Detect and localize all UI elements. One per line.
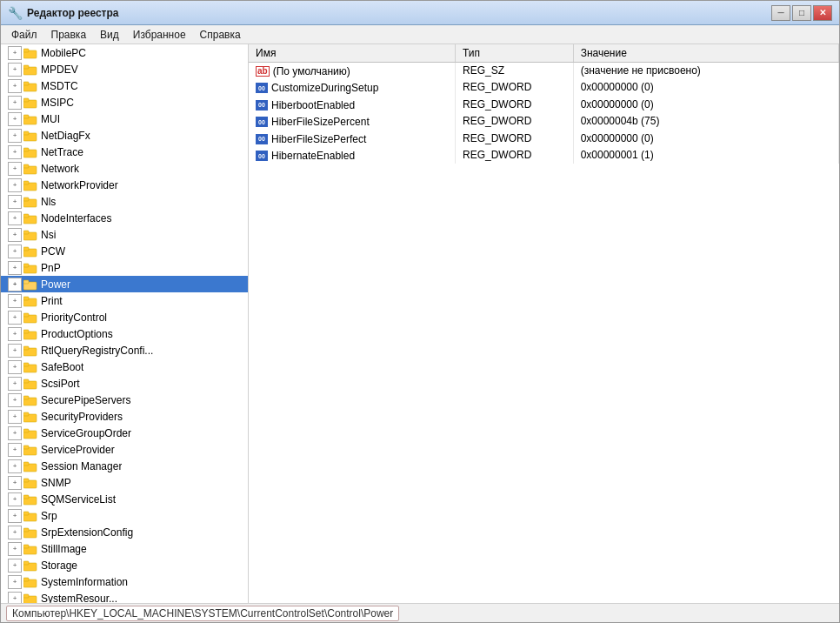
tree-item-label: ProductOptions	[41, 328, 113, 340]
tree-expander-icon: +	[8, 426, 22, 440]
minimize-button[interactable]: ─	[771, 5, 790, 21]
tree-item[interactable]: + Network	[1, 160, 248, 177]
svg-rect-15	[23, 164, 29, 168]
tree-expander-icon: +	[8, 443, 22, 457]
table-row[interactable]: HiberbootEnabledREG_DWORD0x00000000 (0)	[249, 96, 839, 113]
tree-item-label: ScsiPort	[41, 378, 80, 390]
tree-item[interactable]: + SQMServiceList	[1, 491, 248, 507]
tree-item-label: Power	[41, 278, 70, 291]
tree-item-label: SecurityProviders	[41, 411, 123, 423]
col-name: Имя	[249, 44, 455, 63]
tree-item[interactable]: + Srp	[1, 507, 248, 524]
tree-item[interactable]: + SecurePipeServers	[1, 392, 248, 408]
tree-item[interactable]: + SystemResour...	[1, 590, 248, 603]
tree-item[interactable]: + NetworkProvider	[1, 177, 248, 193]
tree-item[interactable]: + ProductOptions	[1, 325, 248, 342]
svg-rect-9	[23, 115, 29, 118]
table-row[interactable]: CustomizeDuringSetupREG_DWORD0x00000000 …	[249, 79, 839, 97]
tree-item[interactable]: + NetDiagFx	[1, 127, 248, 144]
tree-expander-icon: +	[8, 261, 22, 275]
tree-item[interactable]: + MSDTC	[1, 77, 248, 94]
tree-expander-icon: +	[8, 476, 22, 490]
tree-item[interactable]: + SafeBoot	[1, 358, 248, 375]
svg-rect-31	[23, 297, 29, 300]
folder-icon	[23, 229, 37, 241]
folder-icon	[23, 245, 37, 258]
binary-icon	[256, 117, 268, 127]
tree-item[interactable]: + Print	[1, 292, 248, 309]
table-row[interactable]: HiberFileSizePerfectREG_DWORD0x00000000 …	[249, 130, 839, 147]
tree-item[interactable]: + PnP	[1, 259, 248, 276]
tree-item[interactable]: + Session Manager	[1, 458, 248, 474]
menu-help[interactable]: Справка	[193, 27, 248, 43]
menu-favorites[interactable]: Избранное	[126, 27, 193, 43]
tree-item[interactable]: + NodeInterfaces	[1, 210, 248, 226]
folder-icon	[23, 576, 37, 588]
tree-item[interactable]: + PriorityControl	[1, 309, 248, 325]
tree-expander-icon: +	[8, 46, 22, 60]
tree-expander-icon: +	[8, 311, 22, 325]
tree-item[interactable]: + SystemInformation	[1, 573, 248, 590]
folder-icon	[23, 543, 37, 555]
cell-name: HiberbootEnabled	[249, 96, 455, 113]
folder-icon	[23, 493, 37, 506]
tree-item[interactable]: + ServiceGroupOrder	[1, 425, 248, 441]
menu-view[interactable]: Вид	[93, 27, 126, 43]
tree-item[interactable]: + Nls	[1, 193, 248, 210]
tree-expander-icon: +	[8, 575, 22, 589]
folder-icon	[23, 262, 37, 274]
cell-value: 0x00000000 (0)	[573, 79, 838, 97]
menu-file[interactable]: Файл	[4, 27, 44, 43]
tree-expander-icon: +	[8, 559, 22, 573]
tree-item-label: ServiceGroupOrder	[41, 427, 131, 439]
svg-rect-49	[23, 445, 29, 449]
tree-item-label: SecurePipeServers	[41, 394, 130, 406]
table-row[interactable]: HiberFileSizePercentREG_DWORD0x0000004b …	[249, 113, 839, 131]
cell-type: REG_DWORD	[455, 147, 573, 164]
tree-item-label: Nsi	[41, 229, 56, 241]
tree-panel: + MobilePC+ MPDEV+ MSDTC+ MSIPC+ MUI+ Ne…	[1, 44, 249, 603]
tree-item-label: SystemResour...	[41, 593, 117, 604]
folder-icon	[23, 196, 37, 208]
tree-item[interactable]: + NetTrace	[1, 144, 248, 160]
svg-rect-43	[23, 396, 29, 399]
tree-scroll[interactable]: + MobilePC+ MPDEV+ MSDTC+ MSIPC+ MUI+ Ne…	[1, 44, 248, 603]
tree-item[interactable]: + RtlQueryRegistryConfi...	[1, 342, 248, 358]
registry-editor-window: 🔧 Редактор реестра ─ □ ✕ Файл Правка Вид…	[0, 0, 840, 623]
folder-icon	[23, 212, 37, 224]
tree-item[interactable]: + PCW	[1, 243, 248, 259]
tree-expander-icon: +	[8, 492, 22, 506]
tree-item[interactable]: + StillImage	[1, 540, 248, 557]
table-row[interactable]: ab (По умолчанию)REG_SZ(значение не прис…	[249, 63, 839, 79]
binary-icon	[256, 83, 268, 93]
tree-item[interactable]: + Power	[1, 276, 248, 292]
tree-item[interactable]: + SNMP	[1, 474, 248, 491]
cell-value: 0x00000000 (0)	[573, 130, 838, 147]
tree-item[interactable]: + Storage	[1, 557, 248, 573]
tree-item[interactable]: + ScsiPort	[1, 375, 248, 392]
tree-expander-icon: +	[8, 278, 22, 291]
tree-item-label: Print	[41, 295, 63, 307]
menu-edit[interactable]: Правка	[44, 27, 94, 43]
tree-item[interactable]: + MUI	[1, 111, 248, 127]
window-controls: ─ □ ✕	[771, 5, 832, 21]
close-button[interactable]: ✕	[813, 5, 832, 21]
tree-item[interactable]: + MPDEV	[1, 61, 248, 77]
svg-rect-1	[23, 49, 29, 52]
tree-expander-icon: +	[8, 178, 22, 192]
tree-item[interactable]: + MSIPC	[1, 94, 248, 111]
tree-item[interactable]: + ServiceProvider	[1, 441, 248, 458]
app-icon: 🔧	[8, 6, 22, 20]
maximize-button[interactable]: □	[792, 5, 811, 21]
svg-rect-61	[23, 545, 29, 548]
tree-item[interactable]: + MobilePC	[1, 44, 248, 61]
tree-item[interactable]: + SecurityProviders	[1, 408, 248, 425]
table-row[interactable]: HibernateEnabledREG_DWORD0x00000001 (1)	[249, 147, 839, 164]
cell-type: REG_DWORD	[455, 96, 573, 113]
svg-rect-59	[23, 528, 29, 532]
tree-item[interactable]: + SrpExtensionConfig	[1, 524, 248, 540]
tree-item[interactable]: + Nsi	[1, 226, 248, 243]
folder-icon	[23, 477, 37, 489]
tree-expander-icon: +	[8, 96, 22, 110]
cell-value: 0x00000001 (1)	[573, 147, 838, 164]
